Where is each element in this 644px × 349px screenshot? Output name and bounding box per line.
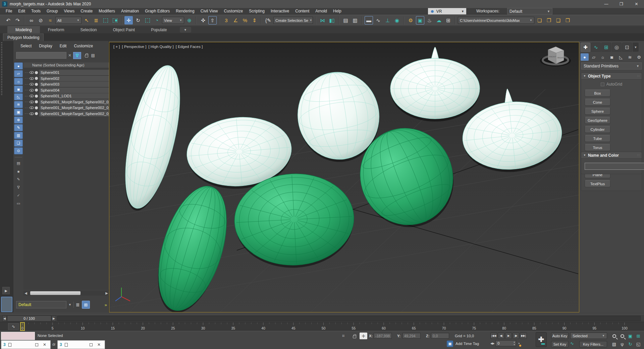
explorer-menu-customize[interactable]: Customize — [71, 44, 96, 48]
object-name[interactable]: Sphere001_MorphTarget_Sphere002_0_1 — [39, 105, 109, 110]
list-item[interactable]: Sphere004 — [23, 88, 109, 93]
project-folder-new-icon[interactable]: ❐ — [545, 16, 553, 24]
fill-square-icon[interactable]: ■ — [14, 168, 23, 175]
select-and-manipulate-icon[interactable]: ✜ — [199, 16, 207, 24]
viewport-layout-tab[interactable] — [1, 297, 12, 312]
frame-step-icons[interactable]: ◀▶ — [490, 342, 494, 345]
angle-snap-icon[interactable]: ∠ — [231, 16, 240, 24]
x-coordinate-field[interactable]: -187,998 — [374, 333, 392, 339]
menu-file[interactable]: File — [3, 8, 15, 14]
explorer-layout-dropdown[interactable]: Default — [16, 301, 66, 308]
menu-civil-view[interactable]: Civil View — [198, 8, 221, 14]
chevron-down-icon[interactable]: ▼ — [68, 303, 71, 306]
current-frame-marker[interactable] — [20, 322, 24, 331]
rect-selection-region-icon[interactable] — [101, 16, 110, 24]
visibility-eye-icon[interactable] — [30, 83, 34, 86]
go-to-start-button[interactable]: |◀◀ — [490, 333, 497, 339]
minimized-window-1[interactable]: 3 ✕ — [1, 340, 51, 349]
scroll-left-icon[interactable]: ◀ — [23, 291, 28, 295]
list-item[interactable]: Sphere001 — [23, 70, 109, 75]
render-production-icon[interactable]: ♨ — [425, 16, 434, 24]
ribbon-tab-selection[interactable]: Selection — [72, 26, 105, 33]
edit-named-selections-icon[interactable]: {✎ — [264, 16, 272, 24]
view-cube[interactable]: FRONT RIGHT — [540, 47, 571, 66]
render-toggle-icon[interactable] — [35, 95, 38, 98]
category-lights[interactable]: ☼ — [599, 53, 607, 61]
menu-group[interactable]: Group — [44, 8, 61, 14]
maxscript-mini-listener[interactable] — [1, 332, 35, 340]
project-folder-link-icon[interactable]: ❒ — [564, 16, 572, 24]
render-toggle-icon[interactable] — [35, 83, 38, 86]
percent-snap-icon[interactable]: % — [241, 16, 249, 24]
mini-curve-editor-button[interactable]: ∿ — [8, 323, 19, 330]
category-space-warps[interactable]: ≋ — [626, 53, 634, 61]
orbit-icon[interactable]: ↻ — [627, 341, 634, 347]
minimize-button[interactable]: — — [599, 0, 614, 8]
window-crossing-icon[interactable] — [111, 16, 119, 24]
project-folder-settings-icon[interactable]: ❏ — [535, 16, 544, 24]
render-toggle-icon[interactable] — [35, 106, 38, 109]
object-name[interactable]: Sphere004 — [39, 88, 109, 93]
layers-view-icon[interactable]: ≣ — [76, 302, 80, 307]
display-materials-icon[interactable]: ❏ — [14, 140, 23, 147]
select-and-link-icon[interactable]: ∞ — [27, 16, 36, 24]
menu-views[interactable]: Views — [61, 8, 77, 14]
layer-manager-icon[interactable]: ▤ — [341, 16, 350, 24]
menu-modifiers[interactable]: Modifiers — [96, 8, 118, 14]
viewport-canvas[interactable]: FRONT RIGHT — [109, 42, 579, 312]
named-selection-sets-dropdown[interactable]: Create Selection Se▼ — [273, 17, 313, 24]
autogrid-checkbox[interactable] — [601, 83, 604, 86]
render-toggle-icon[interactable] — [35, 100, 38, 103]
scrollbar-thumb[interactable] — [30, 291, 80, 295]
render-toggle-icon[interactable] — [35, 89, 38, 92]
list-item[interactable]: Sphere003 — [23, 82, 109, 87]
key-selection-dropdown[interactable]: Selected ▼ — [570, 333, 607, 339]
layer-list-icon[interactable]: ▥ — [351, 16, 359, 24]
next-frame-button[interactable]: |▶ — [513, 333, 519, 339]
play-button[interactable]: ▶ — [505, 333, 512, 339]
restore-window-icon[interactable] — [90, 343, 93, 346]
ribbon-tab-modeling[interactable]: Modeling — [7, 26, 40, 33]
tab-display[interactable]: ⊡ — [622, 43, 632, 52]
perspective-viewport[interactable]: [ + ][ Perspective ][ High Quality ][ Ed… — [109, 42, 579, 312]
object-name[interactable]: Sphere001_MorphTarget_Sphere002_0_0 — [39, 99, 109, 105]
create-box-button[interactable]: Box — [585, 90, 610, 97]
create-cone-button[interactable]: Cone — [585, 99, 610, 106]
menu-animation[interactable]: Animation — [118, 8, 142, 14]
list-item[interactable]: Sphere001_MorphTarget_Sphere002_0_2 — [23, 111, 109, 116]
category-shapes[interactable]: ▱ — [590, 53, 598, 61]
align-icon[interactable]: ▮▯ — [328, 16, 336, 24]
workspace-dropdown[interactable]: Default ▼ — [507, 8, 552, 14]
new-key-settings-icon[interactable]: ∿ — [570, 341, 574, 346]
menu-content[interactable]: Content — [292, 8, 312, 14]
viewport-object-lens-green[interactable] — [145, 178, 240, 312]
create-sphere-button[interactable]: Sphere — [585, 108, 610, 115]
list-view-icon[interactable]: ▤ — [14, 160, 23, 167]
category-geometry[interactable]: ● — [581, 53, 589, 61]
visibility-eye-icon[interactable] — [30, 89, 34, 92]
more-options-chevron[interactable]: » — [105, 302, 106, 307]
menu-create[interactable]: Create — [77, 8, 96, 14]
selection-brackets-icon[interactable]: ⌗ — [342, 333, 344, 339]
spinner-arrows-icon[interactable]: ▲▼ — [513, 341, 515, 346]
object-type-rollout-header[interactable]: ▼ Object Type ∷ — [581, 73, 642, 80]
zoom-region-icon[interactable]: ▧ — [610, 341, 618, 347]
time-slider-handle[interactable]: 0 / 100 — [7, 315, 51, 321]
clear-search-icon[interactable]: ✕ — [68, 53, 71, 58]
mirror-icon[interactable]: ⋈ — [318, 16, 327, 24]
minimized-window-2[interactable]: 3 ✕ — [57, 340, 105, 349]
search-filter-button[interactable]: ∇ — [73, 52, 81, 59]
expand-panel-button[interactable]: ▶ — [2, 287, 10, 294]
user-account-dropdown[interactable]: ☻ VR ▼ — [428, 8, 466, 14]
name-color-rollout-header[interactable]: ▼ Name and Color ∷ — [581, 152, 642, 159]
menu-arnold[interactable]: Arnold — [312, 8, 330, 14]
snaps-toggle-icon[interactable]: 3 — [222, 16, 230, 24]
bind-to-space-warp-icon[interactable]: ≈ — [46, 16, 54, 24]
tab-hierarchy[interactable]: ⊞ — [601, 43, 611, 52]
filter-funnel-icon[interactable]: ∇ — [14, 184, 23, 191]
render-in-cloud-icon[interactable]: ☁ — [435, 16, 443, 24]
undo-icon[interactable]: ↶ — [4, 16, 12, 24]
restore-button[interactable]: ❐ — [614, 0, 629, 8]
display-helpers-icon[interactable]: ◺ — [14, 93, 23, 100]
explorer-menu-edit[interactable]: Edit — [57, 44, 70, 48]
